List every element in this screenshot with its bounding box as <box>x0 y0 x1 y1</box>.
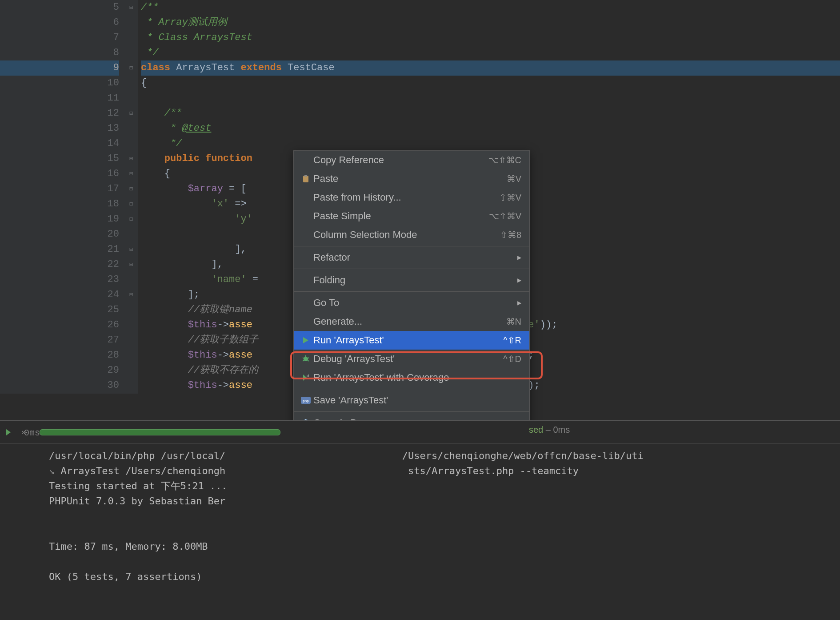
svg-text:php: php <box>303 399 309 403</box>
fold-mark[interactable]: ⊟ <box>124 181 138 197</box>
svg-rect-8 <box>307 375 308 377</box>
menu-item-shortcut: ⇧⌘8 <box>500 229 521 240</box>
menu-item-label: Paste Simple <box>313 210 489 222</box>
menu-item-copy-reference[interactable]: Copy Reference⌥⇧⌘C <box>294 151 529 169</box>
fold-mark[interactable] <box>124 363 138 378</box>
svg-line-4 <box>303 358 304 358</box>
debug-icon <box>298 355 313 363</box>
line-number: 11 <box>0 91 119 106</box>
paste-icon <box>298 174 313 183</box>
menu-item-shortcut: ⌘V <box>507 173 521 184</box>
fold-mark[interactable]: ⊟ <box>124 197 138 212</box>
fold-mark[interactable]: ⊟ <box>124 151 138 166</box>
menu-item-refactor[interactable]: Refactor <box>294 248 529 267</box>
code-line[interactable]: /** <box>141 0 840 15</box>
console-line: ↘ ArraysTest /Users/chenqiongh sts/Array… <box>49 463 836 479</box>
menu-separator <box>294 246 529 246</box>
code-line[interactable] <box>141 91 840 106</box>
console-line: Time: 87 ms, Memory: 8.00MB <box>49 539 836 554</box>
fold-mark[interactable] <box>124 30 138 45</box>
fold-mark[interactable]: ⊟ <box>124 212 138 227</box>
line-number: 8 <box>0 45 119 60</box>
line-number: 28 <box>0 348 119 363</box>
line-number: 18 <box>0 197 119 212</box>
line-number: 20 <box>0 227 119 242</box>
menu-item-label: Go To <box>313 297 514 309</box>
line-number: 14 <box>0 136 119 151</box>
code-line[interactable]: * Array测试用例 <box>141 15 840 30</box>
line-number: 24 <box>0 287 119 302</box>
fold-mark[interactable] <box>124 76 138 91</box>
fold-mark[interactable]: ⊟ <box>124 242 138 257</box>
fold-mark[interactable]: ⊟ <box>124 60 138 76</box>
menu-item-run-arraystest-with-coverage[interactable]: Run 'ArraysTest' with Coverage <box>294 368 529 387</box>
menu-item-paste[interactable]: Paste⌘V <box>294 169 529 188</box>
line-number: 25 <box>0 302 119 318</box>
svg-rect-1 <box>304 175 307 177</box>
fold-mark[interactable] <box>124 318 138 333</box>
console-line: OK (5 tests, 7 assertions) <box>49 569 836 584</box>
fold-mark[interactable] <box>124 15 138 30</box>
code-line[interactable]: class ArraysTest extends TestCase <box>141 60 840 76</box>
menu-item-label: Generate... <box>313 316 506 327</box>
menu-item-label: Paste <box>313 173 507 185</box>
menu-item-save-arraystest[interactable]: phpSave 'ArraysTest' <box>294 391 529 410</box>
fold-mark[interactable]: ⊟ <box>124 0 138 15</box>
fold-mark[interactable]: ⊟ <box>124 287 138 302</box>
fold-mark[interactable]: ⊟ <box>124 166 138 181</box>
fold-mark[interactable] <box>124 272 138 287</box>
line-number: 22 <box>0 257 119 272</box>
code-line[interactable]: { <box>141 76 840 91</box>
console-line: Testing started at 下午5:21 ... <box>49 479 836 494</box>
test-status: sed – 0ms <box>529 425 570 435</box>
fold-mark[interactable] <box>124 348 138 363</box>
fold-mark[interactable] <box>124 45 138 60</box>
coverage-icon <box>298 374 313 382</box>
fold-mark[interactable] <box>124 121 138 136</box>
svg-rect-9 <box>308 374 309 377</box>
fold-mark[interactable] <box>124 136 138 151</box>
run-toolbar[interactable]: » sed – 0ms <box>0 421 840 444</box>
fold-mark[interactable] <box>124 302 138 318</box>
console-line: /usr/local/bin/php /usr/local/ /Users/ch… <box>49 448 836 463</box>
code-line[interactable]: * @test <box>141 121 840 136</box>
line-number-gutter: 5678910111213141516171819202122232425262… <box>0 0 124 394</box>
fold-mark[interactable] <box>124 378 138 393</box>
menu-item-shortcut: ⌘N <box>506 316 521 327</box>
menu-item-go-to[interactable]: Go To <box>294 294 529 312</box>
menu-item-folding[interactable]: Folding <box>294 271 529 290</box>
run-tool-window[interactable]: » sed – 0ms 0ms /usr/local/bin/php /usr/… <box>0 420 840 620</box>
line-number: 13 <box>0 121 119 136</box>
menu-item-run-arraystest[interactable]: Run 'ArraysTest'^⇧R <box>294 331 529 350</box>
code-line[interactable]: * Class ArraysTest <box>141 30 840 45</box>
console-line <box>49 524 836 539</box>
console-line <box>49 509 836 524</box>
menu-item-column-selection-mode[interactable]: Column Selection Mode⇧⌘8 <box>294 225 529 244</box>
menu-item-label: Folding <box>313 274 514 286</box>
fold-mark[interactable]: ⊟ <box>124 106 138 121</box>
line-number: 17 <box>0 181 119 197</box>
menu-item-paste-from-history[interactable]: Paste from History...⇧⌘V <box>294 188 529 207</box>
menu-item-debug-arraystest[interactable]: Debug 'ArraysTest'^⇧D <box>294 350 529 368</box>
code-line[interactable]: */ <box>141 136 840 151</box>
fold-mark[interactable]: ⊟ <box>124 257 138 272</box>
run-console[interactable]: /usr/local/bin/php /usr/local/ /Users/ch… <box>0 444 840 589</box>
menu-item-label: Run 'ArraysTest' with Coverage <box>313 372 521 383</box>
code-line[interactable]: */ <box>141 45 840 60</box>
line-number: 29 <box>0 363 119 378</box>
svg-line-7 <box>308 360 309 361</box>
svg-rect-0 <box>303 176 308 182</box>
code-line[interactable]: /** <box>141 106 840 121</box>
run-icon <box>298 336 313 344</box>
menu-item-label: Copy Reference <box>313 154 488 166</box>
fold-mark[interactable] <box>124 333 138 348</box>
menu-item-label: Run 'ArraysTest' <box>313 334 503 346</box>
fold-mark[interactable] <box>124 91 138 106</box>
menu-item-paste-simple[interactable]: Paste Simple⌥⇧⌘V <box>294 207 529 225</box>
fold-mark[interactable] <box>124 227 138 242</box>
test-progress-bar <box>40 429 280 435</box>
fold-gutter[interactable]: ⊟⊟⊟⊟⊟⊟⊟⊟⊟⊟⊟ <box>124 0 138 394</box>
line-number: 26 <box>0 318 119 333</box>
menu-item-generate[interactable]: Generate...⌘N <box>294 312 529 331</box>
line-number: 10 <box>0 76 119 91</box>
